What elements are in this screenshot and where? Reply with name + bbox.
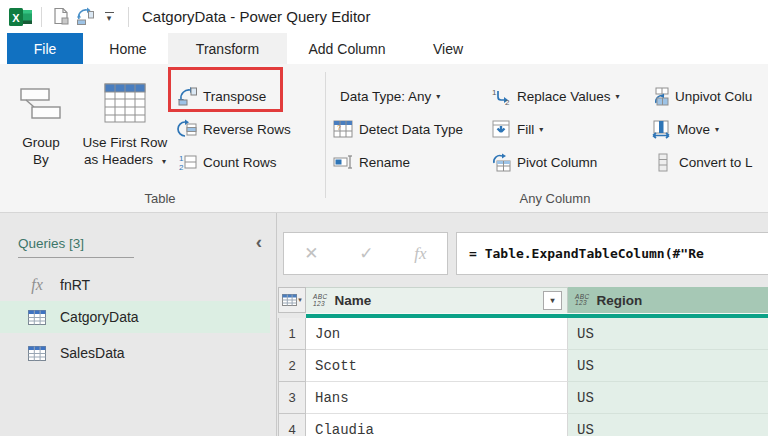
fx-function-icon: fx bbox=[26, 276, 48, 294]
detect-data-type-button[interactable]: ? Detect Data Type bbox=[332, 116, 463, 142]
fx-icon[interactable]: fx bbox=[414, 244, 426, 264]
save-document-icon[interactable] bbox=[49, 5, 73, 29]
tab-file[interactable]: File bbox=[7, 33, 83, 64]
svg-text:1: 1 bbox=[179, 154, 184, 163]
group-by-button[interactable]: Group By bbox=[12, 72, 70, 184]
rename-button[interactable]: Rename bbox=[332, 149, 410, 175]
convert-to-list-button[interactable]: Convert to L bbox=[652, 149, 753, 175]
main-area: Queries [3] ‹ fx fnRT CatgoryData bbox=[0, 213, 768, 436]
formula-bar-actions: ✕ ✓ fx bbox=[283, 232, 448, 275]
dropdown-icon: ▾ bbox=[298, 296, 302, 304]
queries-panel: Queries [3] ‹ fx fnRT CatgoryData bbox=[0, 213, 277, 436]
collapse-panel-icon[interactable]: ‹ bbox=[256, 231, 262, 253]
row-number[interactable]: 4 bbox=[278, 414, 306, 436]
excel-app-icon: X bbox=[8, 6, 34, 28]
count-rows-button[interactable]: 1 2 Count Rows bbox=[176, 149, 277, 175]
svg-text:2: 2 bbox=[179, 163, 184, 172]
svg-text:?: ? bbox=[337, 124, 341, 131]
pivot-column-icon bbox=[490, 153, 512, 172]
text-type-icon: ABC123 bbox=[575, 294, 590, 307]
use-first-row-as-headers-button[interactable]: Use First Row as Headers ▾ bbox=[72, 72, 178, 184]
query-item-fnrt[interactable]: fx fnRT bbox=[0, 269, 270, 301]
dropdown-icon: ▾ bbox=[436, 92, 440, 101]
svg-text:1: 1 bbox=[492, 88, 497, 97]
dropdown-icon: ▾ bbox=[616, 92, 620, 101]
queries-panel-header: Queries [3] bbox=[18, 236, 84, 251]
column-header-name[interactable]: ABC123 Name ▾ bbox=[306, 287, 568, 313]
query-item-salesdata[interactable]: SalesData bbox=[0, 337, 270, 369]
table-corner-icon bbox=[282, 294, 297, 306]
window-title: CatgoryData - Power Query Editor bbox=[142, 8, 370, 25]
tab-transform[interactable]: Transform bbox=[168, 33, 287, 64]
reverse-rows-icon bbox=[176, 119, 198, 139]
fill-icon bbox=[490, 120, 512, 138]
cancel-icon[interactable]: ✕ bbox=[304, 243, 318, 264]
reverse-rows-button[interactable]: Reverse Rows bbox=[176, 116, 291, 142]
count-rows-icon: 1 2 bbox=[176, 152, 198, 172]
table-row: 1 Jon US bbox=[278, 318, 768, 350]
filter-dropdown-button[interactable]: ▾ bbox=[543, 291, 562, 310]
cell-region[interactable]: US bbox=[568, 414, 768, 436]
move-icon bbox=[650, 120, 672, 139]
fill-button[interactable]: Fill ▾ bbox=[490, 116, 543, 142]
row-number[interactable]: 3 bbox=[278, 382, 306, 414]
convert-to-list-icon bbox=[652, 153, 674, 172]
rename-icon bbox=[332, 154, 354, 170]
query-item-catgorydata[interactable]: CatgoryData bbox=[0, 301, 270, 333]
tab-add-column[interactable]: Add Column bbox=[295, 33, 399, 64]
quick-access-dropdown-icon[interactable]: ▾ bbox=[97, 5, 121, 29]
table-row: 3 Hans US bbox=[278, 382, 768, 414]
formula-input[interactable]: = Table.ExpandTableColumn(#"Re bbox=[456, 232, 768, 275]
refresh-preview-icon[interactable] bbox=[73, 5, 97, 29]
replace-values-button[interactable]: 1 2 Replace Values ▾ bbox=[490, 83, 620, 109]
dropdown-icon: ▾ bbox=[162, 157, 166, 166]
title-bar: X ▾ CatgoryData - Power Query Editor bbox=[0, 0, 768, 33]
divider bbox=[18, 257, 134, 258]
divider bbox=[41, 7, 42, 27]
check-icon[interactable]: ✓ bbox=[359, 243, 373, 264]
move-button[interactable]: Move ▾ bbox=[650, 116, 719, 142]
data-type-button[interactable]: Data Type: Any ▾ bbox=[340, 83, 440, 109]
cell-region[interactable]: US bbox=[568, 318, 768, 350]
row-number[interactable]: 2 bbox=[278, 350, 306, 382]
table-query-icon bbox=[26, 310, 48, 325]
dropdown-icon: ▾ bbox=[539, 125, 543, 134]
group-label-table: Table bbox=[10, 191, 310, 206]
text-type-icon: ABC123 bbox=[313, 294, 328, 307]
table-query-icon bbox=[26, 346, 48, 361]
table-headers-icon bbox=[103, 72, 147, 134]
data-grid: ▾ ABC123 Name ▾ ABC123 Region bbox=[278, 287, 768, 436]
transpose-icon bbox=[176, 86, 198, 106]
cell-name[interactable]: Claudia bbox=[306, 414, 568, 436]
tab-home[interactable]: Home bbox=[92, 33, 164, 64]
group-by-icon bbox=[18, 72, 64, 134]
transpose-button[interactable]: Transpose bbox=[176, 83, 266, 109]
column-header-region[interactable]: ABC123 Region bbox=[568, 287, 768, 313]
detect-data-type-icon: ? bbox=[332, 120, 354, 138]
table-row: 2 Scott US bbox=[278, 350, 768, 382]
select-all-button[interactable]: ▾ bbox=[278, 287, 306, 313]
grid-header-row: ▾ ABC123 Name ▾ ABC123 Region bbox=[278, 287, 768, 313]
group-separator bbox=[325, 72, 326, 198]
ribbon-tab-row: File Home Transform Add Column View bbox=[0, 33, 768, 64]
pivot-column-button[interactable]: Pivot Column bbox=[490, 149, 597, 175]
unpivot-columns-icon bbox=[648, 87, 670, 106]
ribbon: Group By Use First Row as Headers ▾ bbox=[0, 64, 768, 213]
dropdown-icon: ▾ bbox=[715, 125, 719, 134]
group-label-any-column: Any Column bbox=[330, 191, 768, 206]
tab-view[interactable]: View bbox=[415, 33, 481, 64]
table-row: 4 Claudia US bbox=[278, 414, 768, 436]
svg-text:2: 2 bbox=[505, 98, 510, 105]
cell-name[interactable]: Scott bbox=[306, 350, 568, 382]
unpivot-columns-button[interactable]: Unpivot Colu bbox=[648, 83, 752, 109]
cell-name[interactable]: Hans bbox=[306, 382, 568, 414]
cell-region[interactable]: US bbox=[568, 350, 768, 382]
replace-values-icon: 1 2 bbox=[490, 87, 512, 105]
divider bbox=[128, 7, 129, 27]
cell-name[interactable]: Jon bbox=[306, 318, 568, 350]
cell-region[interactable]: US bbox=[568, 382, 768, 414]
svg-text:X: X bbox=[12, 12, 20, 24]
formula-text: = Table.ExpandTableColumn(#"Re bbox=[469, 246, 704, 261]
row-number[interactable]: 1 bbox=[278, 318, 306, 350]
